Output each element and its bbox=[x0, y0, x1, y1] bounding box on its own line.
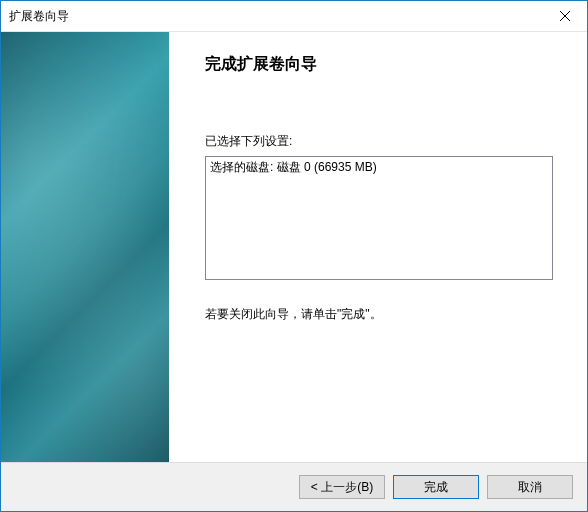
titlebar: 扩展卷向导 bbox=[1, 1, 587, 32]
page-title: 完成扩展卷向导 bbox=[205, 54, 559, 75]
window-controls bbox=[542, 1, 587, 31]
wizard-window: 扩展卷向导 完成扩展卷向导 已选择下列设置: 选择的磁盘: 磁盘 0 (6693… bbox=[0, 0, 588, 512]
settings-line: 选择的磁盘: 磁盘 0 (66935 MB) bbox=[210, 159, 548, 175]
window-body: 完成扩展卷向导 已选择下列设置: 选择的磁盘: 磁盘 0 (66935 MB) … bbox=[1, 32, 587, 511]
close-button[interactable] bbox=[542, 1, 587, 31]
back-button[interactable]: < 上一步(B) bbox=[299, 475, 385, 499]
button-row: < 上一步(B) 完成 取消 bbox=[1, 462, 587, 511]
main-area: 完成扩展卷向导 已选择下列设置: 选择的磁盘: 磁盘 0 (66935 MB) … bbox=[1, 32, 587, 462]
window-title: 扩展卷向导 bbox=[9, 8, 69, 25]
close-instruction: 若要关闭此向导，请单击"完成"。 bbox=[205, 306, 559, 323]
close-icon bbox=[560, 11, 570, 21]
cancel-button[interactable]: 取消 bbox=[487, 475, 573, 499]
finish-button[interactable]: 完成 bbox=[393, 475, 479, 499]
wizard-sidebar-graphic bbox=[1, 32, 169, 462]
settings-label: 已选择下列设置: bbox=[205, 133, 559, 150]
settings-listbox[interactable]: 选择的磁盘: 磁盘 0 (66935 MB) bbox=[205, 156, 553, 280]
wizard-content: 完成扩展卷向导 已选择下列设置: 选择的磁盘: 磁盘 0 (66935 MB) … bbox=[169, 32, 587, 462]
